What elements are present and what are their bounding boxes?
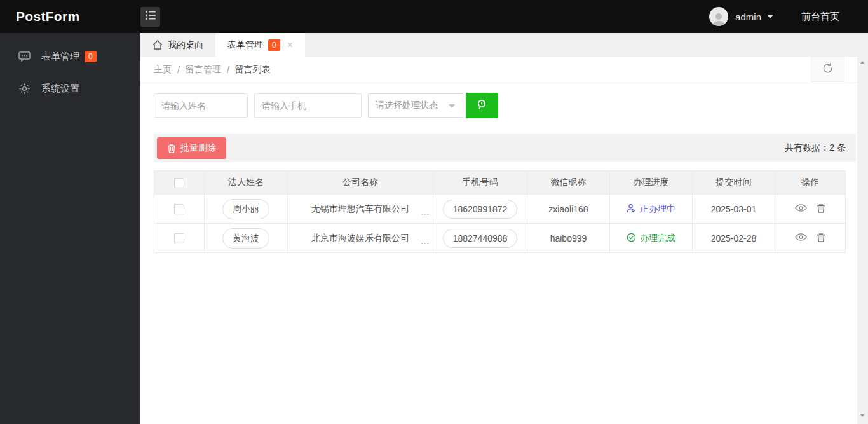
- table-toolbar: 批量删除 共有数据：2 条: [154, 134, 856, 162]
- breadcrumb-current: 留言列表: [235, 64, 271, 76]
- column-header: 操作: [775, 171, 846, 195]
- collapse-sidebar-button[interactable]: [140, 7, 160, 27]
- submit-date: 2025-03-01: [711, 204, 757, 214]
- phone-search-input[interactable]: [254, 93, 362, 118]
- close-icon[interactable]: ×: [287, 40, 293, 50]
- phone-tag: 18620991872: [443, 200, 518, 219]
- row-checkbox[interactable]: [174, 233, 184, 243]
- sidebar-badge: 0: [85, 51, 97, 62]
- status-select-value: 请选择处理状态: [376, 100, 438, 111]
- search-button[interactable]: [466, 93, 498, 118]
- tab-form-management[interactable]: 表单管理 0 ×: [215, 33, 305, 57]
- front-site-link[interactable]: 前台首页: [801, 11, 839, 23]
- row-actions: [795, 203, 825, 213]
- total-count-text: 共有数据：2 条: [785, 142, 846, 154]
- refresh-icon: [822, 62, 834, 77]
- eye-icon[interactable]: [795, 233, 807, 242]
- trash-icon[interactable]: [817, 233, 825, 242]
- select-all-checkbox[interactable]: [174, 178, 184, 188]
- topbar: PostForm admin 前台首页: [0, 0, 868, 33]
- data-table: 法人姓名 公司名称 手机号码 微信昵称 办理进度 提交时间 操作 周小丽 无锡市…: [154, 170, 846, 253]
- breadcrumb-message-management[interactable]: 留言管理: [186, 64, 221, 76]
- sidebar-item-form-management[interactable]: 表单管理 0: [0, 41, 140, 72]
- status-label: 办理完成: [640, 233, 675, 244]
- batch-delete-label: 批量删除: [180, 142, 216, 154]
- truncation-ellipsis: ...: [421, 236, 430, 246]
- chevron-down-icon: [449, 104, 455, 108]
- company-name: 北京市海波娱乐有限公司: [311, 233, 409, 243]
- sidebar-item-label: 系统设置: [41, 83, 79, 95]
- table-header-row: 法人姓名 公司名称 手机号码 微信昵称 办理进度 提交时间 操作: [154, 171, 846, 195]
- submit-date: 2025-02-28: [711, 233, 757, 243]
- page-content: 请选择处理状态: [140, 83, 868, 253]
- name-search-input[interactable]: [154, 93, 248, 118]
- sidebar-item-label: 表单管理: [41, 51, 79, 63]
- sidebar-item-system-settings[interactable]: 系统设置: [0, 72, 140, 104]
- tab-label: 我的桌面: [168, 39, 203, 51]
- row-actions: [795, 233, 825, 242]
- phone-tag: 18827440988: [443, 229, 518, 248]
- trash-icon[interactable]: [817, 203, 825, 213]
- tab-label: 表单管理: [227, 39, 263, 51]
- column-header: 提交时间: [693, 171, 775, 195]
- column-header: 法人姓名: [205, 171, 288, 195]
- message-icon: [18, 51, 31, 63]
- legal-name-tag: 黄海波: [222, 228, 269, 249]
- breadcrumb-bar: 主页 / 留言管理 / 留言列表: [140, 57, 868, 83]
- table-row: 黄海波 北京市海波娱乐有限公司 ... 18827440988 haibo999: [154, 224, 846, 253]
- wechat-nickname: haibo999: [550, 233, 587, 243]
- status-label: 正办理中: [640, 203, 675, 215]
- legal-name-tag: 周小丽: [222, 199, 269, 219]
- status-select[interactable]: 请选择处理状态: [368, 93, 463, 118]
- column-header: 公司名称: [288, 171, 433, 195]
- status-done[interactable]: 办理完成: [627, 233, 675, 244]
- tab-my-desktop[interactable]: 我的桌面: [140, 33, 215, 57]
- truncation-ellipsis: ...: [421, 207, 430, 217]
- tab-bar: 我的桌面 表单管理 0 ×: [140, 33, 868, 57]
- column-header: 微信昵称: [527, 171, 610, 195]
- row-checkbox[interactable]: [174, 204, 184, 214]
- search-icon: [476, 99, 489, 113]
- avatar[interactable]: [709, 7, 728, 26]
- column-header: 办理进度: [610, 171, 693, 195]
- check-circle-icon: [627, 233, 636, 244]
- search-row: 请选择处理状态: [154, 93, 856, 118]
- username-menu[interactable]: admin: [735, 11, 761, 22]
- tab-badge: 0: [268, 39, 280, 51]
- caret-down-icon[interactable]: [767, 15, 773, 18]
- breadcrumb-separator: /: [227, 65, 229, 75]
- select-all-header: [154, 171, 205, 195]
- home-icon: [153, 40, 163, 50]
- table-row: 周小丽 无锡市理想汽车有限公司 ... 18620991872 zxiaoli1…: [154, 195, 846, 224]
- company-name: 无锡市理想汽车有限公司: [311, 203, 409, 214]
- gear-icon: [18, 83, 31, 95]
- status-processing[interactable]: 正办理中: [627, 203, 675, 215]
- sidebar: 表单管理 0 系统设置: [0, 33, 140, 424]
- topbar-right: admin 前台首页: [709, 7, 868, 26]
- main-area: 我的桌面 表单管理 0 × 主页 / 留言管理 / 留言列表: [140, 33, 868, 424]
- column-header: 手机号码: [433, 171, 527, 195]
- vertical-scrollbar[interactable]: [857, 57, 868, 424]
- breadcrumb-home[interactable]: 主页: [154, 64, 172, 76]
- scroll-up-icon[interactable]: [860, 61, 865, 64]
- hamburger-menu-icon: [146, 11, 156, 22]
- app-logo: PostForm: [0, 9, 140, 24]
- trash-icon: [167, 144, 176, 153]
- scroll-down-icon[interactable]: [860, 414, 865, 417]
- breadcrumb-separator: /: [177, 65, 180, 75]
- batch-delete-button[interactable]: 批量删除: [157, 137, 226, 159]
- user-status-icon: [627, 203, 636, 215]
- refresh-button[interactable]: [811, 57, 844, 82]
- eye-icon[interactable]: [795, 203, 807, 212]
- wechat-nickname: zxiaoli168: [548, 204, 588, 214]
